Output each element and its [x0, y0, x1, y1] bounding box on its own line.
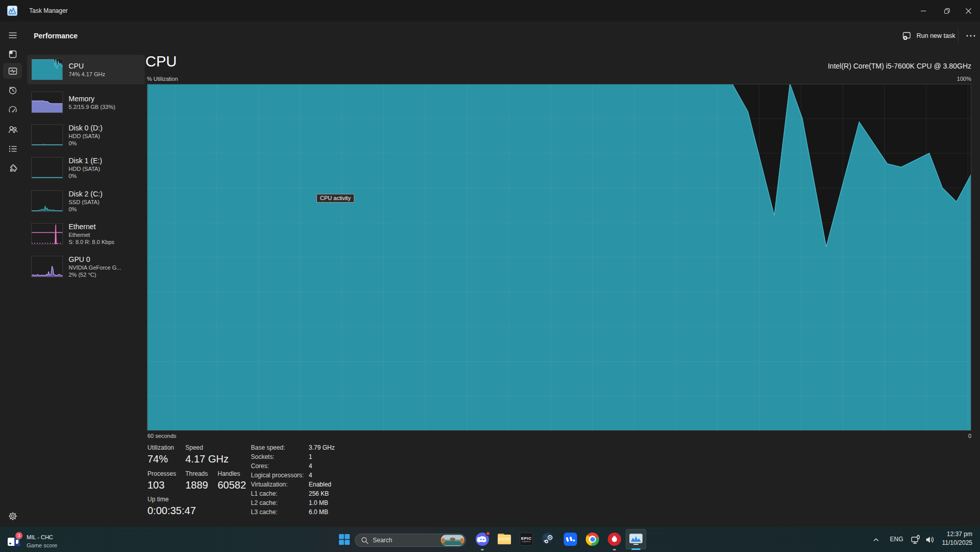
- cpu-utilization-chart[interactable]: [147, 84, 971, 431]
- sidebar-item-cpu[interactable]: CPU74% 4.17 GHz: [27, 55, 145, 84]
- nav-users[interactable]: [2, 121, 23, 138]
- search-daily-image[interactable]: [441, 535, 464, 546]
- discord-notification-dot: [485, 531, 491, 536]
- stat-handles-value: 60582: [218, 479, 246, 491]
- window-title: Task Manager: [29, 0, 68, 21]
- nav-settings[interactable]: [2, 507, 23, 525]
- sidebar-item-title: Disk 0 (D:): [69, 124, 102, 131]
- taskbar-file-explorer[interactable]: [494, 529, 515, 549]
- titlebar: Task Manager: [0, 0, 980, 21]
- start-button[interactable]: [334, 529, 354, 549]
- nav-details[interactable]: [2, 140, 23, 158]
- sidebar-item-disk2[interactable]: Disk 2 (C:)SSD (SATA)0%: [27, 186, 145, 216]
- y-axis-label: % Utilization: [147, 76, 178, 82]
- sidebar-item-sub: Ethernet: [69, 232, 114, 238]
- folder-icon: [498, 534, 511, 545]
- minimize-icon: [921, 8, 926, 14]
- detail-value: 256 KB: [309, 490, 329, 497]
- run-new-task-label: Run new task: [917, 32, 955, 39]
- taskbar-media-app[interactable]: [604, 529, 625, 549]
- processes-icon: [8, 49, 18, 59]
- detail-value: 4: [309, 472, 312, 479]
- sidebar-item-title: Memory: [69, 95, 115, 102]
- stat-speed-value: 4.17 GHz: [185, 453, 228, 465]
- nav-performance[interactable]: [2, 62, 23, 80]
- services-icon: [8, 164, 18, 174]
- widget-line2: Game score: [27, 542, 57, 548]
- menu-icon: [8, 30, 18, 40]
- tray-chevron-button[interactable]: [870, 534, 882, 546]
- detail-value: 1: [309, 453, 312, 460]
- sidebar-item-sub: 5.2/15.9 GB (33%): [69, 104, 115, 110]
- taskbar-steam[interactable]: [538, 529, 559, 549]
- chevron-up-icon: [872, 536, 880, 543]
- ethernet-mini-chart: [31, 223, 63, 245]
- nav-processes[interactable]: [2, 46, 23, 63]
- task-manager-active-indicator: [631, 548, 641, 550]
- sidebar-item-title: Ethernet: [69, 223, 114, 230]
- nav-services[interactable]: [2, 160, 23, 178]
- minimize-button[interactable]: [911, 0, 935, 21]
- cpu-chart-svg: [147, 84, 971, 431]
- detail-value: Enabled: [309, 481, 331, 488]
- discord-running-indicator: [481, 549, 484, 550]
- header-divider: [958, 29, 958, 43]
- tray-clock[interactable]: 12:37 pm 11/10/2025: [901, 530, 972, 547]
- sidebar-item-title: GPU 0: [69, 256, 121, 263]
- sidebar-item-disk0[interactable]: Disk 0 (D:)HDD (SATA)0%: [27, 120, 145, 150]
- nav-startup-apps[interactable]: [2, 101, 23, 119]
- chrome-icon: [586, 533, 599, 546]
- disk2-mini-chart: [31, 190, 63, 212]
- restore-icon: [944, 8, 950, 14]
- search-box[interactable]: Search: [355, 534, 466, 547]
- users-icon: [8, 124, 18, 135]
- x-axis-right-label: 0: [870, 433, 971, 439]
- x-axis-left-label: 60 seconds: [147, 433, 176, 439]
- app-history-icon: [8, 85, 18, 96]
- close-icon: [966, 8, 971, 14]
- sidebar-item-memory[interactable]: Memory5.2/15.9 GB (33%): [27, 87, 145, 117]
- sidebar-item-ethernet[interactable]: EthernetEthernetS: 8.0 R: 8.0 Kbps: [27, 219, 145, 249]
- sidebar-item-disk1[interactable]: Disk 1 (E:)HDD (SATA)0%: [27, 153, 145, 183]
- run-new-task-button[interactable]: Run new task: [897, 28, 961, 44]
- nav-app-history[interactable]: [2, 82, 23, 99]
- detail-value: 1.0 MB: [309, 499, 328, 506]
- sidebar-item-sub2: 0%: [69, 141, 102, 146]
- startup-apps-icon: [8, 105, 18, 115]
- taskbar-discord[interactable]: [472, 529, 493, 549]
- disk0-mini-chart: [31, 124, 63, 146]
- more-options-button[interactable]: [963, 28, 979, 44]
- sidebar-item-title: Disk 2 (C:): [69, 190, 102, 197]
- close-button[interactable]: [956, 0, 980, 21]
- sidebar-item-sub2: 2% (52 °C): [69, 272, 121, 278]
- taskbar-monday[interactable]: [560, 529, 581, 549]
- task-manager-app-icon: [7, 6, 17, 16]
- stat-utilization-label: Utilization: [147, 444, 174, 451]
- chart-tooltip: CPU activity: [316, 194, 354, 203]
- nav-menu-button[interactable]: [2, 27, 23, 44]
- taskbar-chrome[interactable]: [582, 529, 603, 549]
- taskbar-task-manager-active[interactable]: [626, 529, 646, 549]
- restore-button[interactable]: [935, 0, 958, 21]
- stat-uptime-label: Up time: [147, 496, 168, 503]
- cpu-mini-chart: [31, 59, 63, 80]
- taskbar-epic-games[interactable]: EPIC GAMES: [516, 529, 537, 549]
- stat-threads-value: 1889: [185, 479, 208, 491]
- y-max-label: 100%: [870, 76, 971, 82]
- sidebar-item-title: Disk 1 (E:): [69, 157, 102, 164]
- detail-value: 3.79 GHz: [309, 444, 335, 451]
- epic-games-icon: EPIC GAMES: [520, 533, 533, 546]
- tray-date-text: 11/10/2025: [901, 539, 972, 547]
- memory-mini-chart: [31, 92, 63, 113]
- sidebar-item-sub2: S: 8.0 R: 8.0 Kbps: [69, 239, 114, 245]
- sidebar-item-sub: SSD (SATA): [69, 200, 102, 205]
- search-icon: [361, 537, 369, 544]
- sidebar-item-sub: HDD (SATA): [69, 166, 102, 172]
- detail-label: Logical processors:: [251, 472, 328, 479]
- cpu-model-name: Intel(R) Core(TM) i5-7600K CPU @ 3.80GHz: [461, 62, 971, 70]
- sidebar-item-title: CPU: [69, 62, 105, 70]
- sidebar-item-gpu[interactable]: GPU 0NVIDIA GeForce G...2% (52 °C): [27, 252, 145, 281]
- sidebar-item-sub2: 0%: [69, 207, 102, 212]
- details-icon: [8, 144, 18, 154]
- windows-logo-icon: [339, 534, 350, 545]
